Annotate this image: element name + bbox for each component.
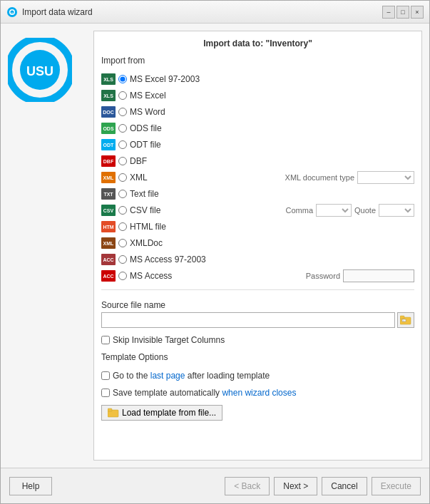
label-ms-access: MS Access	[130, 271, 303, 281]
svg-rect-12	[108, 408, 112, 411]
svg-rect-9	[402, 319, 406, 322]
usu-logo: USU	[8, 38, 72, 102]
option-row-ms-excel: XLS MS Excel	[101, 88, 414, 103]
option-row-ods: ODS ODS file	[101, 120, 414, 136]
radio-ms-excel[interactable]	[118, 91, 127, 100]
option-row-ms-access: ACC MS Access Password	[101, 268, 414, 284]
password-controls: Password	[306, 269, 414, 282]
radio-text[interactable]	[118, 190, 127, 198]
goto-last-page-row: Go to the last page after loading templa…	[101, 371, 414, 381]
option-row-ms-access-97: ACC MS Access 97-2003	[101, 252, 414, 267]
execute-button[interactable]: Execute	[372, 477, 421, 495]
html-icon: HTM	[101, 221, 116, 232]
radio-ms-access[interactable]	[118, 272, 127, 280]
skip-invisible-label: Skip Invisible Target Columns	[113, 335, 225, 345]
goto-last-page-label: Go to the last page after loading templa…	[113, 371, 270, 381]
csv-quote-select[interactable]	[379, 204, 414, 217]
title-bar: U Import data wizard – □ ×	[1, 1, 429, 24]
goto-last-page-link: last page	[150, 371, 185, 381]
footer: Help < Back Next > Cancel Execute	[1, 468, 429, 503]
xmldoc-icon: XML	[101, 237, 116, 249]
source-file-row	[101, 312, 414, 328]
radio-dbf[interactable]	[118, 157, 127, 165]
goto-last-page-checkbox[interactable]	[101, 371, 110, 380]
label-ms-word: MS Word	[130, 107, 414, 117]
import-from-label: Import from	[101, 56, 414, 66]
radio-odt[interactable]	[118, 140, 127, 149]
label-text: Text file	[130, 189, 414, 199]
option-row-dbf: DBF DBF	[101, 153, 414, 169]
label-dbf: DBF	[130, 156, 414, 166]
save-template-label: Save template automatically when wizard …	[113, 388, 296, 398]
back-button[interactable]: < Back	[225, 477, 270, 495]
label-csv: CSV file	[130, 205, 283, 215]
save-template-checkbox[interactable]	[101, 389, 110, 397]
divider-1	[101, 289, 414, 290]
title-controls: – □ ×	[382, 6, 424, 19]
skip-invisible-row: Skip Invisible Target Columns	[101, 335, 414, 345]
xml-doc-type-label: XML document type	[285, 173, 354, 182]
content-area: USU Import data to: "Inventory" Import f…	[1, 24, 429, 468]
option-row-html: HTM HTML file	[101, 219, 414, 235]
goto-last-page-suffix: after loading template	[188, 371, 270, 381]
main-window: U Import data wizard – □ × USU Import da…	[0, 0, 430, 504]
option-row-ms-word: DOC MS Word	[101, 104, 414, 120]
label-odt: ODT file	[130, 140, 414, 150]
close-button[interactable]: ×	[411, 6, 424, 19]
ods-icon: ODS	[101, 123, 116, 134]
next-button[interactable]: Next >	[274, 477, 317, 495]
svg-text:U: U	[11, 11, 14, 15]
maximize-button[interactable]: □	[396, 6, 409, 19]
odt-icon: ODT	[101, 139, 116, 150]
option-row-text: TXT Text file	[101, 186, 414, 202]
label-xmldoc: XMLDoc	[130, 238, 414, 248]
password-input[interactable]	[343, 269, 414, 282]
csv-quote-label: Quote	[354, 206, 376, 215]
minimize-button[interactable]: –	[382, 6, 395, 19]
window-title: Import data wizard	[22, 7, 93, 17]
label-ods: ODS file	[130, 123, 414, 133]
logo-area: USU	[8, 31, 86, 461]
source-file-input[interactable]	[101, 312, 395, 328]
source-file-section: Source file name	[101, 300, 414, 328]
label-xml: XML	[130, 173, 282, 182]
import-options: XLS MS Excel 97-2003 XLS MS Excel DOC MS…	[101, 71, 414, 284]
radio-ms-excel-97[interactable]	[118, 75, 127, 83]
source-file-label: Source file name	[101, 300, 414, 310]
radio-ms-word[interactable]	[118, 108, 127, 116]
label-ms-excel: MS Excel	[130, 91, 414, 101]
skip-invisible-checkbox[interactable]	[101, 336, 110, 344]
password-label: Password	[306, 272, 340, 280]
radio-xml[interactable]	[118, 173, 127, 182]
folder-icon	[400, 315, 411, 325]
option-row-csv: CSV CSV file Comma Quote	[101, 202, 414, 218]
csv-comma-label: Comma	[286, 206, 314, 215]
xlsx-icon: XLS	[101, 90, 116, 101]
title-bar-left: U Import data wizard	[6, 6, 93, 18]
radio-ms-access-97[interactable]	[118, 255, 127, 264]
browse-button[interactable]	[397, 312, 414, 328]
svg-text:USU: USU	[26, 64, 53, 78]
radio-html[interactable]	[118, 222, 127, 231]
label-ms-excel-97: MS Excel 97-2003	[130, 74, 414, 84]
doc-icon: DOC	[101, 106, 116, 118]
csv-comma-select[interactable]	[316, 204, 352, 217]
xml-doc-type-select[interactable]	[357, 171, 414, 184]
acc-icon: ACC	[101, 270, 116, 282]
footer-left: Help	[9, 477, 52, 495]
radio-ods[interactable]	[118, 124, 127, 133]
txt-icon: TXT	[101, 188, 116, 200]
label-html: HTML file	[130, 222, 414, 232]
help-button[interactable]: Help	[9, 477, 52, 495]
footer-right: < Back Next > Cancel Execute	[225, 477, 421, 495]
cancel-button[interactable]: Cancel	[322, 477, 367, 495]
radio-xmldoc[interactable]	[118, 239, 127, 247]
radio-csv[interactable]	[118, 206, 127, 215]
acc97-icon: ACC	[101, 254, 116, 265]
svg-rect-8	[400, 316, 404, 319]
app-icon: U	[6, 6, 18, 18]
load-template-button[interactable]: Load template from file...	[101, 405, 222, 421]
load-template-icon	[108, 408, 119, 418]
panel-title: Import data to: "Inventory"	[101, 38, 414, 48]
xls-icon: XLS	[101, 73, 116, 85]
